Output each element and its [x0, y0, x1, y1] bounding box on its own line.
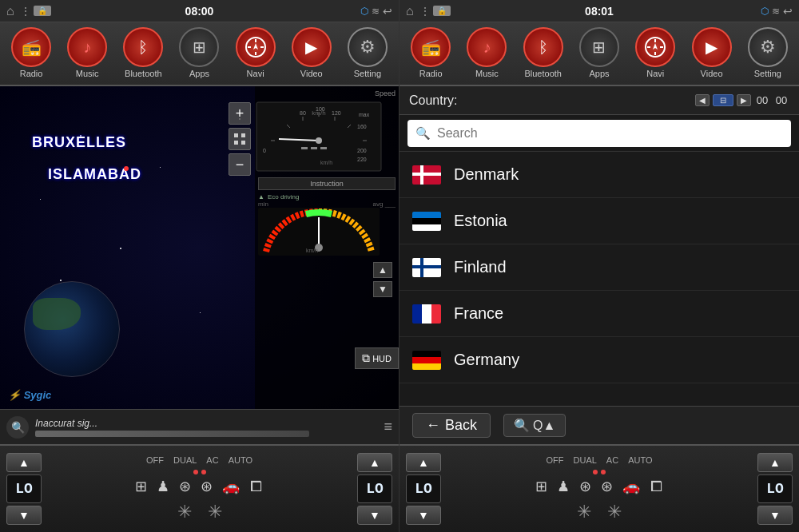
menu-icon-button[interactable]: ≡	[384, 419, 392, 435]
bt-icon: ᛒ	[123, 27, 163, 67]
right-climate-dots	[593, 470, 606, 474]
right-menu-dots-icon[interactable]: ⋮	[420, 6, 430, 17]
arrow-down-btn[interactable]: ▼	[373, 281, 392, 297]
right-person-icon[interactable]: ♟	[557, 478, 570, 495]
ctrl-left-button[interactable]: ◀	[695, 94, 710, 106]
vent-icon[interactable]: ⧠	[249, 478, 264, 495]
search-magnify-icon: 🔍	[415, 126, 431, 141]
ctrl-right-button[interactable]: ▶	[737, 94, 751, 106]
right-temp-right-down[interactable]: ▼	[757, 506, 793, 525]
country-name-germany: Germany	[454, 351, 519, 369]
fan-left-icon[interactable]: ✳	[177, 502, 192, 522]
back-arrow-icon[interactable]: ↩	[383, 5, 392, 18]
zoom-in-button[interactable]: +	[229, 102, 251, 125]
person-icon[interactable]: ♟	[157, 478, 169, 495]
zoom-out-button[interactable]: −	[229, 153, 251, 176]
country-item-france[interactable]: France	[400, 291, 799, 337]
left-nav-setting[interactable]: ⚙ Setting	[345, 27, 389, 78]
climate-ac-label[interactable]: AC	[206, 455, 218, 465]
temp-right-down[interactable]: ▼	[357, 506, 392, 525]
climate-dual-label[interactable]: DUAL	[173, 455, 197, 465]
right-climate-auto-label[interactable]: AUTO	[628, 455, 652, 465]
right-climate-labels: OFF DUAL AC AUTO	[547, 455, 653, 465]
fan-right-icon[interactable]: ✳	[208, 502, 222, 522]
svg-rect-8	[234, 141, 238, 145]
right-back-arrow-icon[interactable]: ↩	[783, 5, 793, 18]
country-item-denmark[interactable]: Denmark	[400, 152, 799, 198]
right-fan-right-icon[interactable]: ✳	[607, 502, 622, 522]
right-nav-setting[interactable]: ⚙ Setting	[745, 27, 789, 78]
right-temp-left-display: LO	[406, 474, 441, 503]
left-nav-apps[interactable]: ⊞ Apps	[177, 27, 221, 78]
left-status-right-icons: ⬡ ≋ ↩	[360, 5, 392, 18]
right-seat-heat-icon[interactable]: ⊛	[579, 478, 591, 495]
search-input[interactable]	[437, 126, 783, 141]
zoom-controls: + −	[229, 102, 251, 176]
video-icon: ▶	[292, 27, 332, 67]
right-music-label: Music	[475, 69, 499, 78]
country-header: Country: ◀ ⊟ ▶ 00 00	[400, 86, 799, 115]
right-climate-dual-label[interactable]: DUAL	[574, 455, 597, 465]
temp-right-up[interactable]: ▲	[357, 453, 392, 472]
home-icon[interactable]: ⌂	[6, 4, 14, 18]
temp-left-down[interactable]: ▼	[6, 506, 42, 525]
menu-dots-icon[interactable]: ⋮	[21, 6, 30, 17]
right-home-icon[interactable]: ⌂	[406, 4, 414, 18]
bottom-search-icon[interactable]: 🔍	[6, 416, 29, 439]
radio-icon: 📻	[11, 27, 51, 67]
right-climate-ac-label[interactable]: AC	[606, 455, 618, 465]
climate-auto-label[interactable]: AUTO	[229, 455, 252, 465]
right-fan-left-icon[interactable]: ✳	[577, 502, 591, 522]
temp-right-display: LO	[357, 474, 392, 503]
seat-heat2-icon[interactable]: ⊛	[201, 478, 213, 495]
svg-point-27	[316, 137, 322, 144]
country-item-germany[interactable]: Germany	[400, 337, 799, 383]
left-nav-music[interactable]: ♪ Music	[66, 27, 109, 78]
right-nav-navi[interactable]: Navi	[634, 27, 678, 78]
hud-button[interactable]: ⧉ HUD	[355, 347, 399, 369]
search-input-wrapper[interactable]: 🔍	[407, 120, 791, 147]
left-nav-radio[interactable]: 📻 Radio	[10, 27, 54, 78]
arrow-up-btn[interactable]: ▲	[373, 262, 392, 278]
right-nav-apps[interactable]: ⊞ Apps	[577, 27, 621, 78]
right-temp-right-up[interactable]: ▲	[757, 453, 793, 472]
right-nav-music[interactable]: ♪ Music	[465, 27, 509, 78]
right-temp-left-down[interactable]: ▼	[406, 506, 441, 525]
svg-rect-30	[320, 147, 327, 149]
left-nav-bluetooth[interactable]: ᛒ Bluetooth	[121, 27, 165, 78]
search-sort-label: Q▲	[533, 419, 555, 433]
search-sort-button[interactable]: 🔍 Q▲	[503, 414, 566, 437]
search-bar[interactable]: 🔍	[400, 115, 799, 152]
country-item-estonia[interactable]: Estonia	[400, 198, 799, 244]
climate-labels: OFF DUAL AC AUTO	[146, 455, 252, 465]
ctrl-count-right: 00	[773, 94, 789, 106]
left-nav-navi[interactable]: Navi	[233, 27, 277, 78]
eco-minmax: minavg ___	[255, 200, 399, 208]
country-item-finland[interactable]: Finland	[400, 244, 799, 291]
right-temp-left-up[interactable]: ▲	[406, 453, 441, 472]
right-nav-radio[interactable]: 📻 Radio	[409, 27, 453, 78]
grid-button[interactable]	[229, 128, 251, 150]
map-globe	[24, 281, 120, 377]
right-seat-heat2-icon[interactable]: ⊛	[601, 478, 613, 495]
right-vent-icon[interactable]: ⧠	[650, 478, 664, 495]
back-button[interactable]: ← Back	[412, 413, 491, 438]
left-nav-video[interactable]: ▶ Video	[289, 27, 333, 78]
right-climate-off-label[interactable]: OFF	[547, 455, 564, 465]
climate-off-label[interactable]: OFF	[146, 455, 164, 465]
defrost-front-icon[interactable]: ⊞	[135, 478, 147, 495]
temp-left-up[interactable]: ▲	[6, 453, 42, 472]
svg-text:160: 160	[357, 124, 367, 129]
flag-finland	[412, 258, 441, 277]
right-status-right-icons: ⬡ ≋ ↩	[761, 5, 793, 18]
svg-rect-29	[311, 147, 317, 149]
right-nav-video[interactable]: ▶ Video	[690, 27, 733, 78]
bt-label: Bluetooth	[125, 69, 161, 78]
setting-icon: ⚙	[348, 27, 388, 67]
lock-icon: 🔒	[34, 6, 51, 16]
seat-heat-icon[interactable]: ⊛	[179, 478, 191, 495]
right-car-icon[interactable]: 🚗	[622, 478, 640, 495]
car-icon[interactable]: 🚗	[222, 478, 240, 495]
right-defrost-front-icon[interactable]: ⊞	[535, 478, 547, 495]
right-nav-bluetooth[interactable]: ᛒ Bluetooth	[521, 27, 565, 78]
